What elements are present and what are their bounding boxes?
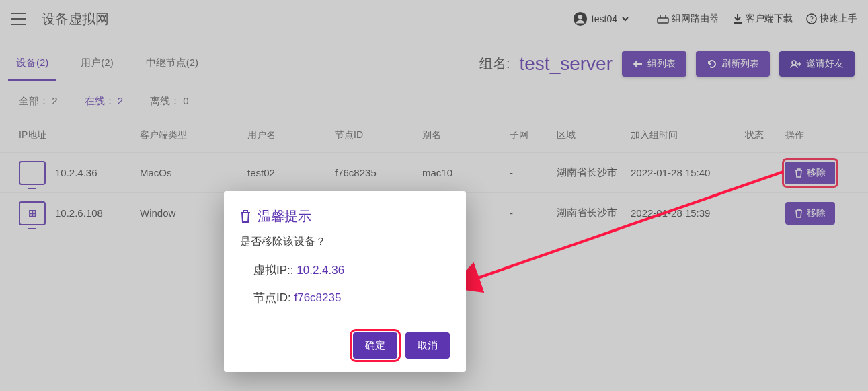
dialog-ip-row: 虚拟IP:: 10.2.4.36 (253, 262, 450, 278)
confirm-button[interactable]: 确定 (353, 332, 397, 359)
trash-icon (240, 210, 251, 223)
dialog-title-text: 温馨提示 (258, 207, 311, 225)
dialog-question: 是否移除该设备？ (240, 235, 450, 249)
confirm-dialog: 温馨提示 是否移除该设备？ 虚拟IP:: 10.2.4.36 节点ID: f76… (224, 191, 466, 372)
cancel-button[interactable]: 取消 (405, 332, 450, 359)
dialog-node-row: 节点ID: f76c8235 (253, 290, 450, 306)
